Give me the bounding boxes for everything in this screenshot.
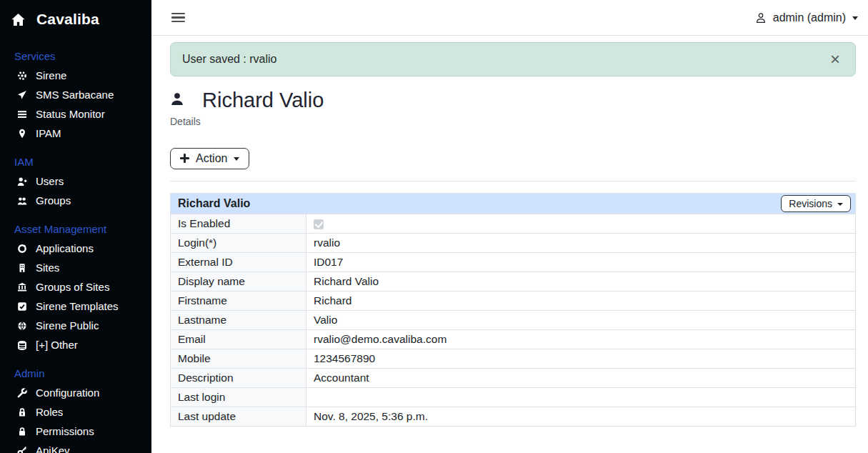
sidebar-item-label: Configuration [36,385,99,400]
detail-row-description: Description Accountant [171,368,856,387]
row-value: 1234567890 [306,349,856,368]
detail-row-last-login: Last login [171,387,856,407]
table-header-row: Richard Valio Revisions [171,193,856,214]
sidebar-item-other[interactable]: [+] Other [0,335,151,354]
sidebar-item-ipam[interactable]: IPAM [0,124,151,143]
bars-icon [17,109,27,119]
sidebar-section-admin: Admin Configuration Roles Permissions Ap… [0,364,151,453]
check-square-icon [17,302,27,312]
sidebar-item-label: Users [36,174,64,189]
divider [170,181,856,181]
sidebar-item-label: Sirene Public [36,318,99,333]
toolbar: Action [170,148,856,169]
sidebar-item-label: ApiKey [36,443,70,453]
detail-row-last-update: Last update Nov. 8, 2025, 5:36 p.m. [171,407,856,426]
sidebar-item-sirene[interactable]: Sirene [0,66,151,85]
brand-name: Cavaliba [36,11,99,28]
main-area: admin (admin) User saved : rvalio × Rich… [151,0,868,453]
row-label: Mobile [171,349,306,368]
sidebar-section-header-iam: IAM [0,152,151,171]
person-icon [170,91,184,109]
lock-icon [17,427,27,437]
row-label: Last login [171,387,306,407]
menu-icon[interactable] [171,13,185,23]
detail-row-email: Email rvalio@demo.cavaliba.com [171,329,856,349]
globe-icon [17,321,27,331]
row-label: Last update [171,407,306,426]
row-label: Lastname [171,310,306,329]
sidebar-item-permissions[interactable]: Permissions [0,422,151,441]
paper-plane-icon [17,90,27,100]
sidebar-section-asset-management: Asset Management Applications Sites Grou… [0,219,151,354]
sidebar: Cavaliba Services Sirene SMS Sarbacane S… [0,0,151,453]
content: User saved : rvalio × Richard Valio Deta… [151,36,868,427]
page-subtitle: Details [170,116,856,127]
sidebar-section-iam: IAM Users Groups [0,152,151,210]
sidebar-item-label: Sites [36,260,59,275]
sidebar-item-applications[interactable]: Applications [0,239,151,258]
close-icon[interactable]: × [827,51,844,68]
row-value: Richard [306,291,856,310]
sidebar-item-groups[interactable]: Groups [0,191,151,210]
sidebar-section-header-services: Services [0,46,151,66]
detail-row-mobile: Mobile 1234567890 [171,349,856,368]
sidebar-item-sites[interactable]: Sites [0,258,151,277]
database-icon [17,340,27,350]
sidebar-item-status-monitor[interactable]: Status Monitor [0,104,151,124]
ring-icon [17,244,27,254]
alert-message: User saved : rvalio [182,53,277,66]
sidebar-item-sirene-public[interactable]: Sirene Public [0,316,151,335]
page-title: Richard Valio [202,88,324,113]
user-detail-table: Richard Valio Revisions Is Enabled Login… [170,193,856,427]
sidebar-item-label: Groups [36,193,71,208]
location-pin-icon [17,129,27,139]
revisions-button[interactable]: Revisions [781,195,851,212]
sidebar-item-groups-of-sites[interactable]: Groups of Sites [0,277,151,297]
row-value [306,387,856,407]
detail-row-login: Login(*) rvalio [171,233,856,252]
row-label: Display name [171,272,306,291]
caret-down-icon [837,203,843,206]
sidebar-item-configuration[interactable]: Configuration [0,383,151,402]
row-value [306,214,856,233]
wrench-icon [17,388,27,398]
sidebar-section-header-admin: Admin [0,364,151,383]
sidebar-item-label: Permissions [36,424,94,439]
caret-down-icon [234,157,239,161]
gear-icon [17,71,27,81]
row-label: Email [171,329,306,349]
sidebar-item-label: Applications [36,241,94,256]
detail-row-display-name: Display name Richard Valio [171,272,856,291]
row-value: Richard Valio [306,272,856,291]
checkbox-checked-disabled [314,219,324,229]
sidebar-item-apikey[interactable]: ApiKey [0,441,151,453]
success-alert: User saved : rvalio × [170,42,856,76]
row-value: Accountant [306,368,856,387]
row-label: Login(*) [171,233,306,252]
sidebar-item-label: Status Monitor [36,106,105,121]
sidebar-item-sirene-templates[interactable]: Sirene Templates [0,297,151,316]
row-value: rvalio [306,233,856,252]
sidebar-item-label: Sirene Templates [36,299,119,314]
user-menu[interactable]: admin (admin) [755,11,858,24]
users-icon [17,196,27,206]
detail-row-external-id: External ID ID017 [171,252,856,272]
user-plus-icon [17,176,27,186]
sidebar-item-users[interactable]: Users [0,171,151,191]
key-icon [17,446,27,453]
sidebar-item-sms-sarbacane[interactable]: SMS Sarbacane [0,85,151,104]
row-label: External ID [171,252,306,272]
sidebar-item-label: SMS Sarbacane [36,87,114,102]
row-value: rvalio@demo.cavaliba.com [306,329,856,349]
sidebar-item-label: Roles [36,404,63,419]
brand-link[interactable]: Cavaliba [0,0,151,37]
sidebar-section-services: Services Sirene SMS Sarbacane Status Mon… [0,46,151,143]
row-value: Valio [306,310,856,329]
sidebar-item-label: [+] Other [36,337,78,352]
building-icon [17,263,27,273]
action-button[interactable]: Action [170,148,249,169]
sidebar-item-roles[interactable]: Roles [0,402,151,422]
user-icon [755,12,767,24]
detail-row-is-enabled: Is Enabled [171,214,856,233]
row-label: Is Enabled [171,214,306,233]
